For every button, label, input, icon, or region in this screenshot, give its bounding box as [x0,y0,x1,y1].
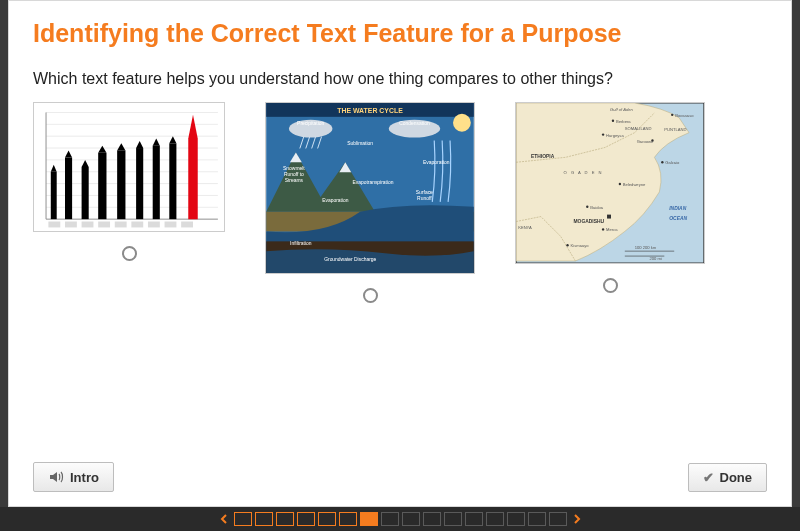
intro-label: Intro [70,470,99,485]
svg-text:ETHIOPIA: ETHIOPIA [531,154,555,159]
svg-text:100  200 km: 100 200 km [635,245,657,250]
radio-option-3[interactable] [603,278,618,293]
nav-box-9[interactable] [423,512,441,526]
nav-box-15[interactable] [549,512,567,526]
nav-box-10[interactable] [444,512,462,526]
svg-text:PUNTLAND: PUNTLAND [664,127,686,132]
nav-box-12[interactable] [486,512,504,526]
svg-rect-37 [181,222,193,228]
svg-text:Evaporation: Evaporation [322,198,349,203]
svg-text:MOGADISHU: MOGADISHU [573,219,604,224]
done-label: Done [720,470,753,485]
done-button[interactable]: Done [688,463,768,492]
svg-text:Condensation: Condensation [399,121,430,126]
nav-box-1[interactable] [255,512,273,526]
radio-option-1[interactable] [122,246,137,261]
svg-text:Runoff: Runoff [417,196,432,201]
svg-text:Galcaio: Galcaio [665,160,680,165]
option-2: THE WATER CYCLE Precip [265,102,475,303]
svg-text:Snowmelt: Snowmelt [283,166,305,171]
svg-text:KENYA: KENYA [518,225,532,230]
svg-text:Kismaayo: Kismaayo [570,243,589,248]
nav-box-4[interactable] [318,512,336,526]
page-title: Identifying the Correct Text Feature for… [33,19,767,48]
svg-rect-22 [136,148,143,219]
svg-rect-16 [82,167,89,219]
svg-rect-34 [131,222,143,228]
svg-rect-20 [117,150,125,219]
svg-text:Hargeysa: Hargeysa [606,133,624,138]
footer-bar: Intro Done [33,452,767,492]
svg-text:Merca: Merca [606,227,618,232]
svg-text:Gulf of Aden: Gulf of Aden [610,107,633,112]
options-row: THE WATER CYCLE Precip [33,102,767,303]
nav-box-6[interactable] [360,512,378,526]
nav-box-8[interactable] [402,512,420,526]
nav-boxes [234,512,567,526]
svg-point-68 [671,114,673,116]
svg-text:OCEAN: OCEAN [669,216,687,221]
svg-text:Runoff to: Runoff to [284,172,304,177]
svg-point-91 [566,244,568,246]
svg-rect-36 [165,222,177,228]
svg-text:Infiltration: Infiltration [290,241,312,246]
svg-text:200 mi: 200 mi [650,256,662,261]
svg-rect-24 [153,146,160,219]
svg-rect-12 [51,172,57,219]
svg-rect-86 [607,215,611,219]
svg-point-82 [619,183,621,185]
question-text: Which text feature helps you understand … [33,70,767,88]
radio-option-2[interactable] [363,288,378,303]
svg-text:INDIAN: INDIAN [669,206,686,211]
nav-box-14[interactable] [528,512,546,526]
svg-rect-33 [115,222,127,228]
svg-text:Beledweyne: Beledweyne [623,182,646,187]
svg-text:Evaporation: Evaporation [423,160,450,165]
svg-rect-32 [98,222,110,228]
svg-text:THE WATER CYCLE: THE WATER CYCLE [337,107,403,114]
svg-text:SOMALILAND: SOMALILAND [625,126,652,131]
nav-prev[interactable] [218,513,230,525]
nav-strip [0,507,800,531]
nav-next[interactable] [571,513,583,525]
thumb-bar-chart[interactable] [33,102,225,232]
svg-rect-35 [148,222,160,228]
speaker-icon [48,469,64,485]
nav-box-2[interactable] [276,512,294,526]
nav-box-11[interactable] [465,512,483,526]
svg-text:Baidoa: Baidoa [590,205,604,210]
svg-text:Groundwater Discharge: Groundwater Discharge [324,257,376,262]
svg-rect-14 [65,158,72,220]
svg-rect-26 [169,143,176,219]
svg-point-70 [612,120,614,122]
nav-box-3[interactable] [297,512,315,526]
option-1 [33,102,225,261]
thumb-water-cycle[interactable]: THE WATER CYCLE Precip [265,102,475,274]
svg-text:Berbera: Berbera [616,119,631,124]
nav-box-13[interactable] [507,512,525,526]
lesson-frame: Identifying the Correct Text Feature for… [8,0,792,507]
svg-text:Sublimation: Sublimation [347,141,373,146]
option-3: Gulf of Aden Boosaaso Berbera SOMALILAND… [515,102,705,293]
svg-rect-30 [65,222,77,228]
svg-text:Garoowe: Garoowe [637,139,654,144]
svg-text:O G A D E N: O G A D E N [564,170,603,175]
svg-rect-29 [48,222,60,228]
svg-point-74 [602,133,604,135]
thumb-map[interactable]: Gulf of Aden Boosaaso Berbera SOMALILAND… [515,102,705,264]
svg-point-88 [602,228,604,230]
nav-box-7[interactable] [381,512,399,526]
nav-box-0[interactable] [234,512,252,526]
svg-text:Surface: Surface [416,190,433,195]
svg-point-80 [661,161,663,163]
nav-box-5[interactable] [339,512,357,526]
svg-point-51 [453,114,471,132]
svg-point-84 [586,206,588,208]
svg-rect-31 [82,222,94,228]
svg-text:Precipitation: Precipitation [297,121,324,126]
check-icon [703,470,714,485]
svg-text:Streams: Streams [285,178,304,183]
intro-button[interactable]: Intro [33,462,114,492]
svg-rect-18 [98,153,106,219]
svg-text:Evapotranspiration: Evapotranspiration [352,180,393,185]
